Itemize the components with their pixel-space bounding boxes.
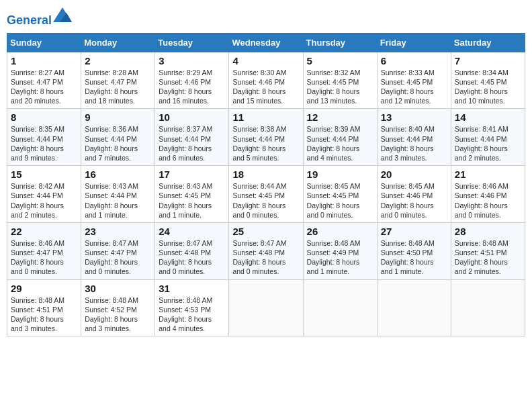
day-info: Sunrise: 8:43 AMSunset: 4:44 PMDaylight:… — [85, 181, 151, 220]
logo-icon — [53, 7, 72, 23]
calendar-cell: 29Sunrise: 8:48 AMSunset: 4:51 PMDayligh… — [7, 279, 81, 336]
calendar-cell: 27Sunrise: 8:48 AMSunset: 4:50 PMDayligh… — [377, 222, 451, 279]
calendar-cell: 7Sunrise: 8:34 AMSunset: 4:45 PMDaylight… — [451, 52, 525, 109]
day-info: Sunrise: 8:32 AMSunset: 4:45 PMDaylight:… — [307, 68, 373, 106]
day-header-wednesday: Wednesday — [229, 33, 303, 52]
calendar-table: SundayMondayTuesdayWednesdayThursdayFrid… — [7, 33, 525, 336]
day-info: Sunrise: 8:47 AMSunset: 4:48 PMDaylight:… — [232, 238, 299, 277]
day-number: 18 — [232, 169, 299, 180]
day-info: Sunrise: 8:30 AMSunset: 4:46 PMDaylight:… — [232, 68, 299, 106]
day-number: 10 — [159, 111, 225, 123]
day-info: Sunrise: 8:38 AMSunset: 4:44 PMDaylight:… — [232, 124, 299, 163]
calendar-cell: 31Sunrise: 8:48 AMSunset: 4:53 PMDayligh… — [155, 279, 229, 336]
week-row-1: 1Sunrise: 8:27 AMSunset: 4:47 PMDaylight… — [7, 52, 525, 109]
calendar-cell — [377, 279, 451, 336]
calendar-cell: 17Sunrise: 8:43 AMSunset: 4:45 PMDayligh… — [155, 166, 229, 223]
week-row-4: 22Sunrise: 8:46 AMSunset: 4:47 PMDayligh… — [7, 222, 525, 279]
calendar-cell: 9Sunrise: 8:36 AMSunset: 4:44 PMDaylight… — [81, 109, 155, 166]
day-number: 15 — [11, 169, 77, 180]
day-header-monday: Monday — [81, 33, 155, 52]
logo-text: General — [7, 7, 72, 28]
calendar-cell: 5Sunrise: 8:32 AMSunset: 4:45 PMDaylight… — [303, 52, 377, 109]
week-row-5: 29Sunrise: 8:48 AMSunset: 4:51 PMDayligh… — [7, 279, 525, 336]
day-info: Sunrise: 8:28 AMSunset: 4:47 PMDaylight:… — [85, 68, 151, 106]
calendar-cell: 4Sunrise: 8:30 AMSunset: 4:46 PMDaylight… — [229, 52, 303, 109]
day-info: Sunrise: 8:36 AMSunset: 4:44 PMDaylight:… — [85, 124, 151, 163]
day-number: 31 — [159, 283, 225, 294]
calendar-cell: 26Sunrise: 8:48 AMSunset: 4:49 PMDayligh… — [303, 222, 377, 279]
day-number: 6 — [381, 55, 447, 66]
day-number: 24 — [159, 226, 225, 237]
day-number: 20 — [381, 169, 447, 180]
calendar-cell: 28Sunrise: 8:48 AMSunset: 4:51 PMDayligh… — [451, 222, 525, 279]
calendar-cell: 19Sunrise: 8:45 AMSunset: 4:45 PMDayligh… — [303, 166, 377, 223]
day-info: Sunrise: 8:34 AMSunset: 4:45 PMDaylight:… — [455, 68, 521, 106]
day-info: Sunrise: 8:48 AMSunset: 4:51 PMDaylight:… — [455, 238, 521, 277]
calendar-cell: 25Sunrise: 8:47 AMSunset: 4:48 PMDayligh… — [229, 222, 303, 279]
calendar-cell: 16Sunrise: 8:43 AMSunset: 4:44 PMDayligh… — [81, 166, 155, 223]
week-row-3: 15Sunrise: 8:42 AMSunset: 4:44 PMDayligh… — [7, 166, 525, 223]
day-number: 14 — [455, 111, 521, 123]
day-number: 22 — [11, 226, 77, 237]
day-info: Sunrise: 8:45 AMSunset: 4:45 PMDaylight:… — [307, 181, 373, 220]
day-info: Sunrise: 8:33 AMSunset: 4:45 PMDaylight:… — [381, 68, 447, 106]
day-number: 25 — [232, 226, 299, 237]
day-number: 23 — [85, 226, 151, 237]
day-info: Sunrise: 8:48 AMSunset: 4:51 PMDaylight:… — [11, 295, 77, 334]
day-number: 3 — [159, 55, 225, 66]
calendar-cell: 20Sunrise: 8:45 AMSunset: 4:46 PMDayligh… — [377, 166, 451, 223]
day-info: Sunrise: 8:39 AMSunset: 4:44 PMDaylight:… — [307, 124, 373, 163]
day-number: 11 — [232, 111, 299, 123]
day-number: 9 — [85, 111, 151, 123]
day-header-tuesday: Tuesday — [155, 33, 229, 52]
calendar-cell: 22Sunrise: 8:46 AMSunset: 4:47 PMDayligh… — [7, 222, 81, 279]
day-number: 2 — [85, 55, 151, 66]
day-number: 8 — [11, 111, 77, 123]
calendar-cell: 24Sunrise: 8:47 AMSunset: 4:48 PMDayligh… — [155, 222, 229, 279]
calendar-cell: 18Sunrise: 8:44 AMSunset: 4:45 PMDayligh… — [229, 166, 303, 223]
day-number: 30 — [85, 283, 151, 294]
day-info: Sunrise: 8:47 AMSunset: 4:48 PMDaylight:… — [159, 238, 225, 277]
day-info: Sunrise: 8:45 AMSunset: 4:46 PMDaylight:… — [381, 181, 447, 220]
day-header-friday: Friday — [377, 33, 451, 52]
day-number: 1 — [11, 55, 77, 66]
day-info: Sunrise: 8:48 AMSunset: 4:49 PMDaylight:… — [307, 238, 373, 277]
day-info: Sunrise: 8:37 AMSunset: 4:44 PMDaylight:… — [159, 124, 225, 163]
day-info: Sunrise: 8:41 AMSunset: 4:44 PMDaylight:… — [455, 124, 521, 163]
day-number: 4 — [232, 55, 299, 66]
day-number: 16 — [85, 169, 151, 180]
day-number: 5 — [307, 55, 373, 66]
day-header-thursday: Thursday — [303, 33, 377, 52]
page-header: General — [7, 7, 525, 28]
calendar-cell: 14Sunrise: 8:41 AMSunset: 4:44 PMDayligh… — [451, 109, 525, 166]
day-number: 28 — [455, 226, 521, 237]
calendar-cell: 15Sunrise: 8:42 AMSunset: 4:44 PMDayligh… — [7, 166, 81, 223]
calendar-cell — [451, 279, 525, 336]
calendar-cell: 10Sunrise: 8:37 AMSunset: 4:44 PMDayligh… — [155, 109, 229, 166]
day-info: Sunrise: 8:40 AMSunset: 4:44 PMDaylight:… — [381, 124, 447, 163]
calendar-cell: 30Sunrise: 8:48 AMSunset: 4:52 PMDayligh… — [81, 279, 155, 336]
day-info: Sunrise: 8:46 AMSunset: 4:47 PMDaylight:… — [11, 238, 77, 277]
day-info: Sunrise: 8:29 AMSunset: 4:46 PMDaylight:… — [159, 68, 225, 106]
day-number: 17 — [159, 169, 225, 180]
day-number: 12 — [307, 111, 373, 123]
day-info: Sunrise: 8:42 AMSunset: 4:44 PMDaylight:… — [11, 181, 77, 220]
calendar-cell: 6Sunrise: 8:33 AMSunset: 4:45 PMDaylight… — [377, 52, 451, 109]
week-row-2: 8Sunrise: 8:35 AMSunset: 4:44 PMDaylight… — [7, 109, 525, 166]
day-info: Sunrise: 8:48 AMSunset: 4:50 PMDaylight:… — [381, 238, 447, 277]
calendar-cell: 3Sunrise: 8:29 AMSunset: 4:46 PMDaylight… — [155, 52, 229, 109]
calendar-cell — [229, 279, 303, 336]
day-number: 21 — [455, 169, 521, 180]
day-info: Sunrise: 8:48 AMSunset: 4:53 PMDaylight:… — [159, 295, 225, 334]
calendar-cell: 11Sunrise: 8:38 AMSunset: 4:44 PMDayligh… — [229, 109, 303, 166]
calendar-cell — [303, 279, 377, 336]
day-number: 7 — [455, 55, 521, 66]
day-number: 13 — [381, 111, 447, 123]
day-header-saturday: Saturday — [451, 33, 525, 52]
logo: General — [7, 7, 72, 28]
calendar-cell: 13Sunrise: 8:40 AMSunset: 4:44 PMDayligh… — [377, 109, 451, 166]
calendar-cell: 2Sunrise: 8:28 AMSunset: 4:47 PMDaylight… — [81, 52, 155, 109]
day-number: 27 — [381, 226, 447, 237]
day-number: 29 — [11, 283, 77, 294]
calendar-cell: 23Sunrise: 8:47 AMSunset: 4:47 PMDayligh… — [81, 222, 155, 279]
